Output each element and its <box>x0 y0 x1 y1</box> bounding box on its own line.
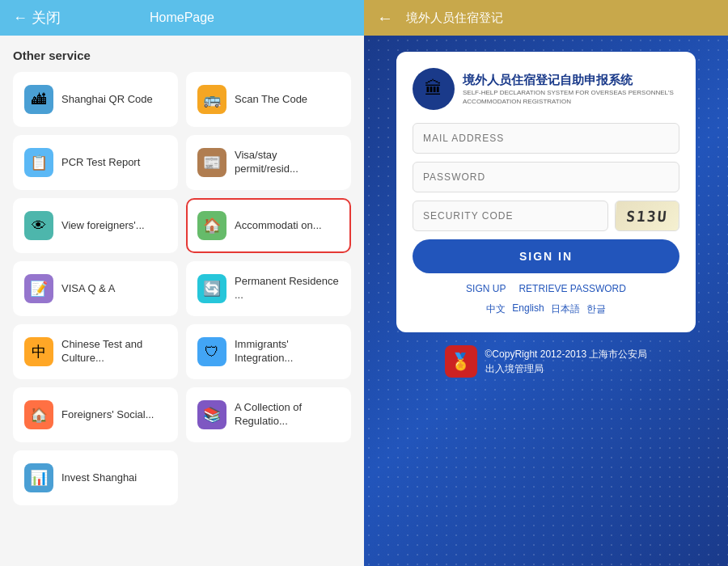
service-item-view-foreigners[interactable]: 👁View foreigners'... <box>13 198 178 253</box>
service-label-foreigners-social: Foreigners' Social... <box>61 408 154 422</box>
copyright-line2: 出入境管理局 <box>485 361 648 376</box>
copyright-line1: ©CopyRight 2012-2013 上海市公安局 <box>485 347 648 361</box>
service-label-pcr-test: PCR Test Report <box>61 156 140 170</box>
service-grid: 🏙Shanghai QR Code🚌Scan The Code📋PCR Test… <box>13 72 351 505</box>
service-item-scan-code[interactable]: 🚌Scan The Code <box>186 72 351 127</box>
sign-up-link[interactable]: SIGN UP <box>466 283 506 294</box>
service-item-invest-shanghai[interactable]: 📊Invest Shanghai <box>13 450 178 505</box>
service-icon-chinese-test: 中 <box>24 337 53 366</box>
service-icon-view-foreigners: 👁 <box>24 211 53 240</box>
service-icon-accommodation: 🏠 <box>197 211 226 240</box>
card-title-block: 境外人员住宿登记自助申报系统 SELF-HELP DECLARATION SYS… <box>463 72 679 106</box>
service-icon-invest-shanghai: 📊 <box>24 463 53 492</box>
left-panel: ← 关闭 HomePage Other service 🏙Shanghai QR… <box>0 0 364 566</box>
service-icon-regulations: 📚 <box>197 400 226 429</box>
copyright-icon: 🏅 <box>445 345 477 378</box>
service-label-permanent-residence: Permanent Residence ... <box>235 275 340 302</box>
lang-en[interactable]: English <box>512 302 544 316</box>
login-card: 🏛 境外人员住宿登记自助申报系统 SELF-HELP DECLARATION S… <box>396 52 696 332</box>
service-icon-shanghai-qr: 🏙 <box>24 85 53 114</box>
service-item-permanent-residence[interactable]: 🔄Permanent Residence ... <box>186 261 351 316</box>
service-icon-visa-qa: 📝 <box>24 274 53 303</box>
sign-in-button[interactable]: SIGN IN <box>413 239 679 273</box>
retrieve-password-link[interactable]: RETRIEVE PASSWORD <box>518 283 625 294</box>
card-title-en: SELF-HELP DECLARATION SYSTEM FOR OVERSEA… <box>463 88 679 106</box>
service-item-regulations[interactable]: 📚A Collection of Regulatio... <box>186 387 351 442</box>
service-label-shanghai-qr: Shanghai QR Code <box>61 93 153 107</box>
service-label-regulations: A Collection of Regulatio... <box>235 401 340 429</box>
service-item-chinese-test[interactable]: 中Chinese Test and Culture... <box>13 324 178 379</box>
service-item-shanghai-qr[interactable]: 🏙Shanghai QR Code <box>13 72 178 127</box>
lang-cn[interactable]: 中文 <box>486 302 506 316</box>
service-item-immigrants[interactable]: 🛡Immigrants' Integration... <box>186 324 351 379</box>
service-label-scan-code: Scan The Code <box>235 93 307 107</box>
service-item-visa-stay[interactable]: 📰Visa/stay permit/resid... <box>186 135 351 190</box>
service-label-accommodation: Accommodati on... <box>235 219 322 233</box>
left-header-title: HomePage <box>150 11 214 25</box>
right-header-title: 境外人员住宿登记 <box>406 11 503 26</box>
right-back-button[interactable]: ← <box>377 9 393 27</box>
captcha-box[interactable]: S13U <box>615 201 679 231</box>
copyright-text: ©CopyRight 2012-2013 上海市公安局 出入境管理局 <box>485 347 648 376</box>
right-panel: ← 境外人员住宿登记 🏛 境外人员住宿登记自助申报系统 SELF-HELP DE… <box>364 0 728 566</box>
mail-input[interactable] <box>413 123 679 154</box>
service-label-immigrants: Immigrants' Integration... <box>235 338 340 365</box>
section-title: Other service <box>13 49 351 62</box>
service-icon-visa-stay: 📰 <box>197 148 226 177</box>
left-header: ← 关闭 HomePage <box>0 0 364 36</box>
service-icon-permanent-residence: 🔄 <box>197 274 226 303</box>
password-input[interactable] <box>413 162 679 192</box>
right-header: ← 境外人员住宿登记 <box>364 0 728 36</box>
service-label-visa-stay: Visa/stay permit/resid... <box>235 149 340 176</box>
card-links: SIGN UP RETRIEVE PASSWORD <box>413 283 679 294</box>
security-row: S13U <box>413 201 679 231</box>
language-selector: 中文 English 日本語 한글 <box>413 302 679 316</box>
service-label-invest-shanghai: Invest Shanghai <box>61 471 137 485</box>
service-item-visa-qa[interactable]: 📝VISA Q & A <box>13 261 178 316</box>
service-label-view-foreigners: View foreigners'... <box>61 219 145 233</box>
card-title-cn: 境外人员住宿登记自助申报系统 <box>463 72 679 88</box>
service-icon-immigrants: 🛡 <box>197 337 226 366</box>
service-item-pcr-test[interactable]: 📋PCR Test Report <box>13 135 178 190</box>
left-content: Other service 🏙Shanghai QR Code🚌Scan The… <box>0 36 364 566</box>
service-icon-scan-code: 🚌 <box>197 85 226 114</box>
copyright-row: 🏅 ©CopyRight 2012-2013 上海市公安局 出入境管理局 <box>445 345 648 378</box>
security-code-input[interactable] <box>413 201 608 231</box>
service-icon-pcr-test: 📋 <box>24 148 53 177</box>
captcha-text: S13U <box>615 201 679 230</box>
service-icon-foreigners-social: 🏠 <box>24 400 53 429</box>
service-label-visa-qa: VISA Q & A <box>61 282 115 296</box>
right-background: 🏛 境外人员住宿登记自助申报系统 SELF-HELP DECLARATION S… <box>364 36 728 566</box>
card-logo-icon: 🏛 <box>413 68 455 110</box>
service-item-foreigners-social[interactable]: 🏠Foreigners' Social... <box>13 387 178 442</box>
lang-ko[interactable]: 한글 <box>586 302 606 316</box>
back-close-button[interactable]: ← 关闭 <box>13 8 61 27</box>
card-header: 🏛 境外人员住宿登记自助申报系统 SELF-HELP DECLARATION S… <box>413 68 679 110</box>
lang-ja[interactable]: 日本語 <box>551 302 580 316</box>
service-label-chinese-test: Chinese Test and Culture... <box>61 338 167 365</box>
service-item-accommodation[interactable]: 🏠Accommodati on... <box>186 198 351 253</box>
